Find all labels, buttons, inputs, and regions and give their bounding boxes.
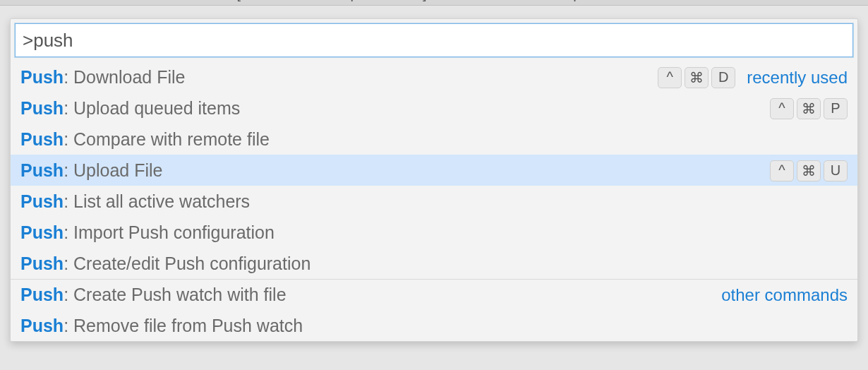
key-ctrl: ^ xyxy=(770,160,794,181)
command-label: Push: Download File xyxy=(20,67,652,88)
command-label: Push: List all active watchers xyxy=(20,191,848,212)
command-palette-item[interactable]: Push: Compare with remote file xyxy=(11,124,857,155)
command-palette-item[interactable]: Push: Remove file from Push watch xyxy=(11,310,857,341)
key-p: P xyxy=(824,98,848,119)
command-palette-item[interactable]: Push: List all active watchers xyxy=(11,186,857,217)
keybinding: ^⌘P xyxy=(770,98,848,119)
window-titlebar: [Extension Development Host] another-tes… xyxy=(0,0,868,6)
command-prefix: Push xyxy=(20,285,64,304)
command-prefix: Push xyxy=(20,160,64,180)
keybinding: ^⌘U xyxy=(770,160,848,181)
command-prefix: Push xyxy=(20,222,64,242)
command-suffix: : Upload File xyxy=(64,160,162,180)
group-label: other commands xyxy=(721,285,848,305)
command-palette-item[interactable]: Push: Create/edit Push configuration xyxy=(11,248,857,279)
command-suffix: : Download File xyxy=(64,67,185,87)
command-suffix: : List all active watchers xyxy=(64,191,250,211)
command-suffix: : Create/edit Push configuration xyxy=(64,253,311,273)
command-prefix: Push xyxy=(20,316,64,335)
command-palette-searchwrap xyxy=(11,19,857,61)
command-palette-input[interactable] xyxy=(15,23,853,57)
key-u: U xyxy=(824,160,848,181)
command-label: Push: Upload File xyxy=(20,160,764,181)
command-palette-item[interactable]: Push: Import Push configuration xyxy=(11,217,857,248)
command-palette-item[interactable]: Push: Create Push watch with fileother c… xyxy=(11,279,857,310)
command-label: Push: Create/edit Push configuration xyxy=(20,253,848,274)
command-suffix: : Remove file from Push watch xyxy=(64,316,303,335)
command-label: Push: Upload queued items xyxy=(20,98,764,119)
keybinding: ^⌘D xyxy=(658,67,735,88)
command-label: Push: Compare with remote file xyxy=(20,129,848,150)
command-prefix: Push xyxy=(20,129,64,149)
key-cmd: ⌘ xyxy=(685,67,709,88)
command-palette-item[interactable]: Push: Upload queued items^⌘P xyxy=(11,92,857,124)
group-label: recently used xyxy=(747,68,848,88)
key-cmd: ⌘ xyxy=(797,160,821,181)
command-prefix: Push xyxy=(20,191,64,211)
command-suffix: : Upload queued items xyxy=(64,98,240,118)
command-label: Push: Remove file from Push watch xyxy=(20,316,848,336)
key-cmd: ⌘ xyxy=(797,98,821,119)
command-suffix: : Create Push watch with file xyxy=(64,285,286,304)
command-palette-item[interactable]: Push: Upload File^⌘U xyxy=(11,155,857,186)
command-prefix: Push xyxy=(20,98,64,118)
key-ctrl: ^ xyxy=(658,67,682,88)
command-label: Push: Create Push watch with file xyxy=(20,285,710,305)
key-d: D xyxy=(711,67,735,88)
key-ctrl: ^ xyxy=(770,98,794,119)
command-prefix: Push xyxy=(20,253,64,273)
command-suffix: : Compare with remote file xyxy=(64,129,270,149)
command-suffix: : Import Push configuration xyxy=(64,222,275,242)
command-palette-item[interactable]: Push: Download File^⌘Drecently used xyxy=(11,61,857,92)
command-label: Push: Import Push configuration xyxy=(20,222,848,243)
command-palette-list: Push: Download File^⌘Drecently usedPush:… xyxy=(11,61,857,341)
command-prefix: Push xyxy=(20,67,64,87)
window-title: [Extension Development Host] another-tes… xyxy=(236,0,631,2)
command-palette: Push: Download File^⌘Drecently usedPush:… xyxy=(10,18,858,342)
